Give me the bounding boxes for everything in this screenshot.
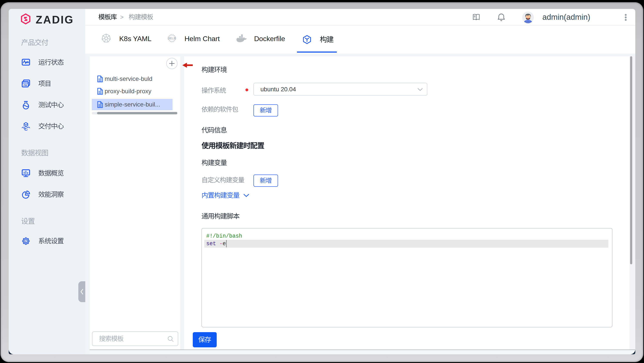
svg-text:HELM: HELM (168, 36, 176, 40)
svg-text:Z: Z (25, 240, 27, 243)
svg-text:PM: PM (24, 84, 27, 86)
